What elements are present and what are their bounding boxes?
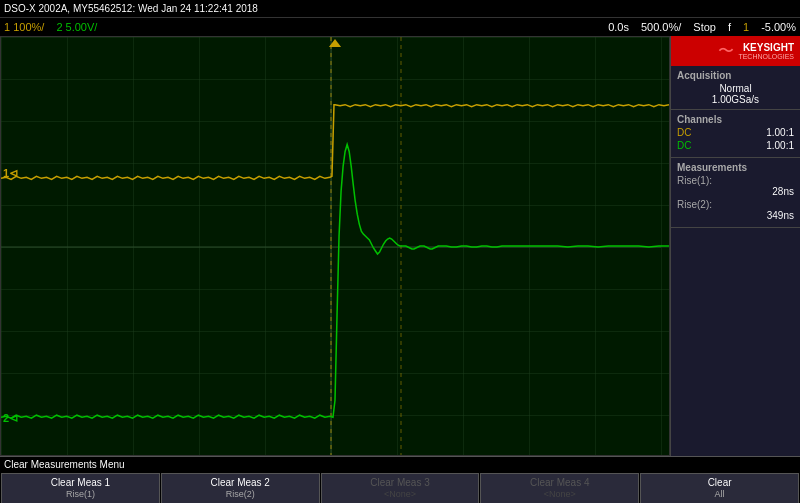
menu-btn-4[interactable]: ClearAll	[640, 473, 799, 503]
logo-wave-icon: 〜	[718, 41, 734, 62]
acquisition-section: Acquisition Normal 1.00GSa/s	[671, 66, 800, 110]
acquisition-title: Acquisition	[677, 70, 794, 81]
ch1-marker: 1⊲	[3, 167, 18, 180]
ch1-scale: 1 100%/	[4, 21, 44, 33]
rise2-value: 349ns	[677, 210, 794, 221]
logo-subtitle: TECHNOLOGIES	[738, 53, 794, 60]
menu-btn-1[interactable]: Clear Meas 2Rise(2)	[161, 473, 320, 503]
rise1-value: 28ns	[677, 186, 794, 197]
scope-display: 1⊲ 2⊲	[0, 36, 670, 456]
right-panel: 〜 KEYSIGHT TECHNOLOGIES Acquisition Norm…	[670, 36, 800, 456]
menu-btn-0-sub: Rise(1)	[66, 489, 95, 500]
menu-btn-4-main: Clear	[708, 477, 732, 489]
freq-label: f	[728, 21, 731, 33]
waveforms	[1, 37, 669, 455]
header-bar: DSO-X 2002A, MY55462512: Wed Jan 24 11:2…	[0, 0, 800, 18]
ch2-waveform	[1, 144, 669, 418]
menu-btn-3: Clear Meas 4<None>	[480, 473, 639, 503]
logo-name: KEYSIGHT	[738, 42, 794, 53]
header-title: DSO-X 2002A, MY55462512: Wed Jan 24 11:2…	[4, 3, 258, 14]
menu-btn-4-sub: All	[715, 489, 725, 500]
ch2-scale: 2 5.00V/	[56, 21, 97, 33]
channels-section: Channels DC 1.00:1 DC 1.00:1	[671, 110, 800, 158]
mode-value: Stop	[693, 21, 716, 33]
ch1-waveform	[1, 105, 669, 180]
measurements-section: Measurements Rise(1): 28ns Rise(2): 349n…	[671, 158, 800, 228]
bottom-bar: Clear Measurements Menu Clear Meas 1Rise…	[0, 456, 800, 503]
scale-bar: 1 100%/ 2 5.00V/ 0.0s 500.0%/ Stop f 1 -…	[0, 18, 800, 36]
rise1-meas: Rise(1): 28ns	[677, 175, 794, 197]
rise1-label: Rise(1):	[677, 175, 712, 186]
ch1-coupling: DC	[677, 127, 691, 138]
keysight-logo: 〜 KEYSIGHT TECHNOLOGIES	[671, 36, 800, 66]
ch1-probe: 1.00:1	[766, 127, 794, 138]
menu-btn-2: Clear Meas 3<None>	[321, 473, 480, 503]
freq-value: -5.00%	[761, 21, 796, 33]
timebase-value: 0.0s	[608, 21, 629, 33]
menu-btn-1-main: Clear Meas 2	[210, 477, 269, 489]
menu-btn-1-sub: Rise(2)	[226, 489, 255, 500]
main-area: 1⊲ 2⊲ 〜 KEYSIGHT TECHNOLOGIES Acquisitio…	[0, 36, 800, 456]
acquisition-rate: 1.00GSa/s	[677, 94, 794, 105]
menu-btn-3-sub: <None>	[544, 489, 576, 500]
ch2-marker: 2⊲	[3, 412, 18, 425]
ch2-coupling: DC	[677, 140, 691, 151]
channels-title: Channels	[677, 114, 794, 125]
menu-label: Clear Measurements Menu	[0, 457, 800, 473]
menu-btn-2-main: Clear Meas 3	[370, 477, 429, 489]
rise2-label: Rise(2):	[677, 199, 712, 210]
timescale-value: 500.0%/	[641, 21, 681, 33]
ch2-row: DC 1.00:1	[677, 140, 794, 151]
acquisition-mode: Normal	[677, 83, 794, 94]
freq-ch: 1	[743, 21, 749, 33]
measurements-title: Measurements	[677, 162, 794, 173]
menu-buttons: Clear Meas 1Rise(1)Clear Meas 2Rise(2)Cl…	[0, 473, 800, 503]
menu-btn-0-main: Clear Meas 1	[51, 477, 110, 489]
rise2-meas: Rise(2): 349ns	[677, 199, 794, 221]
menu-btn-3-main: Clear Meas 4	[530, 477, 589, 489]
menu-btn-0[interactable]: Clear Meas 1Rise(1)	[1, 473, 160, 503]
trigger-marker	[329, 39, 341, 47]
menu-btn-2-sub: <None>	[384, 489, 416, 500]
ch1-row: DC 1.00:1	[677, 127, 794, 138]
ch2-probe: 1.00:1	[766, 140, 794, 151]
